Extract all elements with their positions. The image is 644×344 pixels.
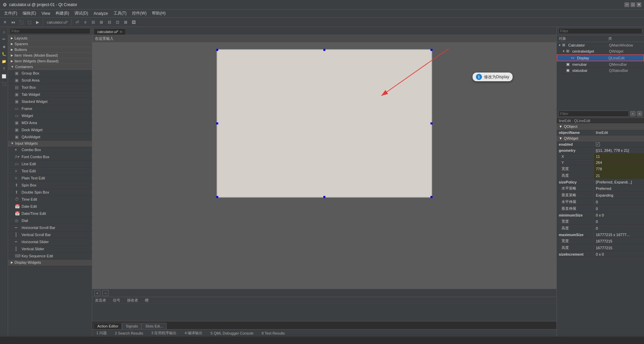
widget-item-date-edit[interactable]: 📅Date Edit xyxy=(8,203,92,210)
output-tab-issues[interactable]: 1 问题 xyxy=(94,330,109,336)
tab-close-icon[interactable]: ✕ xyxy=(120,30,122,34)
widget-item-tab-widget[interactable]: ▣Tab Widget xyxy=(8,91,92,98)
dock-welcome[interactable]: ⌂ xyxy=(1,28,7,35)
align-center-button[interactable]: ≡ xyxy=(82,19,89,26)
widget-item-group-box[interactable]: ▣Group Box xyxy=(8,70,92,77)
obj-tree-row-centralwidget[interactable]: ▼ ⊞ centralwidget QWidget xyxy=(557,48,644,54)
output-tab-qml[interactable]: 5 QML Debugger Console xyxy=(208,331,255,336)
menu-view[interactable]: View xyxy=(39,10,53,17)
widget-item-vertical-slider[interactable]: ┃Vertical Slider xyxy=(8,246,92,253)
break-layout-button[interactable]: ⊠ xyxy=(122,19,129,26)
output-tab-app[interactable]: 3 应用程序输出 xyxy=(149,330,179,336)
widget-search-input[interactable] xyxy=(10,28,90,34)
grid-button[interactable]: ⊟ xyxy=(106,19,113,26)
menu-controls[interactable]: 控件(W) xyxy=(129,10,149,17)
dock-project[interactable]: 📁 xyxy=(1,58,7,65)
close-button[interactable]: ✕ xyxy=(637,2,641,7)
prop-row-垂直伸展: 垂直伸展 0 xyxy=(557,205,644,212)
widget-item-time-edit[interactable]: ⏱Time Edit xyxy=(8,196,92,203)
toolbar-btn-3[interactable]: ⬚ xyxy=(26,19,33,26)
tab-action-editor[interactable]: Action Editor xyxy=(94,323,122,329)
sel-handle-bm xyxy=(323,196,325,198)
image-button[interactable]: 🖼 xyxy=(130,19,137,26)
prop-settings-button[interactable]: ✕ xyxy=(637,111,642,116)
prop-value: 16777215 xyxy=(594,238,644,244)
output-tab-compile[interactable]: 4 编译输出 xyxy=(183,330,204,336)
close-file-button[interactable]: ✕ xyxy=(1,19,9,26)
widget-category-buttons[interactable]: ▶Buttons xyxy=(8,47,92,53)
widget-item-dock-widget[interactable]: ▣Dock Widget xyxy=(8,126,92,134)
widget-item-plain-text-edit[interactable]: ≡Plain Text Edit xyxy=(8,175,92,182)
toolbar-btn-4[interactable]: ▶ xyxy=(34,19,41,26)
widget-item-key-sequence-edit[interactable]: ⌨Key Sequence Edit xyxy=(8,253,92,260)
widget-category-item-views-(model-based)[interactable]: ▶Item Views (Model-Based) xyxy=(8,53,92,58)
widget-item-date/time-edit[interactable]: 📅Date/Time Edit xyxy=(8,210,92,217)
output-tab-test[interactable]: 8 Test Results xyxy=(260,331,287,336)
widget-item-widget[interactable]: ▭Widget xyxy=(8,112,92,119)
tab-slots-editor[interactable]: Slots Edi... xyxy=(141,323,167,329)
toolbar-btn-1[interactable]: ⏮ xyxy=(9,19,17,26)
widget-item-mdi-area[interactable]: ▣MDI Area xyxy=(8,119,92,126)
align-right-button[interactable]: ⊟ xyxy=(90,19,97,26)
menu-edit[interactable]: 编辑(E) xyxy=(20,10,39,17)
widget-item-stacked-widget[interactable]: ▣Stacked Widget xyxy=(8,98,92,105)
obj-tree-row-menubar[interactable]: ▣ menubar QMenuBar xyxy=(557,61,644,67)
obj-col-object: 对象 xyxy=(559,36,608,41)
output-tab-search[interactable]: 2 Search Results xyxy=(113,331,145,336)
widget-item-double-spin-box[interactable]: ⬆Double Spin Box xyxy=(8,189,92,196)
grid2-button[interactable]: ⊡ xyxy=(114,19,121,26)
dock-debug2[interactable]: ⬛ xyxy=(1,80,7,87)
widget-item-horizontal-slider[interactable]: ━Horizontal Slider xyxy=(8,238,92,246)
prop-section-qwidget[interactable]: ▼QWidget xyxy=(557,136,644,141)
widget-category-display-widgets[interactable]: ▶Display Widgets xyxy=(8,260,92,265)
widget-category-item-widgets-(item-based)[interactable]: ▶Item Widgets (Item-Based) xyxy=(8,58,92,64)
maximize-button[interactable]: □ xyxy=(631,2,635,7)
tab-signals[interactable]: Signals xyxy=(122,323,141,329)
prop-value[interactable]: ✓ xyxy=(594,141,644,147)
widget-item-spin-box[interactable]: ⬆Spin Box xyxy=(8,182,92,189)
dock-design[interactable]: ◈ xyxy=(1,43,7,50)
dock-help[interactable]: ? xyxy=(1,65,7,72)
designer-canvas[interactable] xyxy=(217,49,432,198)
widget-item-dial[interactable]: ◎Dial xyxy=(8,217,92,224)
widget-item-qaxwidget[interactable]: ▣QAxWidget xyxy=(8,134,92,141)
dock-edit[interactable]: ✏ xyxy=(1,36,7,42)
sel-handle-tr xyxy=(430,49,432,51)
menu-analyze[interactable]: Analyze xyxy=(91,10,111,17)
delete-connection-button[interactable]: − xyxy=(102,290,108,296)
widget-item-combo-box[interactable]: ▾Combo Box xyxy=(8,146,92,153)
widget-category-spacers[interactable]: ▶Spacers xyxy=(8,41,92,47)
widget-item-vertical-scroll-bar[interactable]: ┃Vertical Scroll Bar xyxy=(8,231,92,238)
obj-tree-row-statusbar[interactable]: ▣ statusbar QStatusBar xyxy=(557,67,644,74)
menu-file[interactable]: 文件(F) xyxy=(1,10,20,17)
widget-category-layouts[interactable]: ▶Layouts xyxy=(8,35,92,41)
menu-debug[interactable]: 调试(D) xyxy=(72,10,91,17)
widget-item-line-edit[interactable]: ▭Line Edit xyxy=(8,161,92,168)
dock-debug[interactable]: 🐛 xyxy=(1,51,7,57)
dock-output[interactable]: ⬜ xyxy=(1,73,7,80)
widget-item-text-edit[interactable]: ≡Text Edit xyxy=(8,168,92,175)
widget-category-containers[interactable]: ▼Containers xyxy=(8,64,92,70)
widget-category-input-widgets[interactable]: ▼Input Widgets xyxy=(8,141,92,146)
obj-search-input[interactable] xyxy=(558,28,642,34)
obj-tree-row-display[interactable]: ▭ Display QLineEdit xyxy=(557,54,644,61)
prop-section-qobject[interactable]: ▼QObject xyxy=(557,124,644,130)
add-connection-button[interactable]: + xyxy=(94,290,100,296)
menu-help[interactable]: 帮助(H) xyxy=(149,10,168,17)
widget-item-horizontal-scroll-bar[interactable]: ━Horizontal Scroll Bar xyxy=(8,224,92,231)
widget-item-font-combo-box[interactable]: A▾Font Combo Box xyxy=(8,153,92,161)
menu-tools[interactable]: 工具(T) xyxy=(111,10,129,17)
toolbar-btn-2[interactable]: ⬛ xyxy=(18,19,25,26)
widget-item-frame[interactable]: ▭Frame xyxy=(8,105,92,112)
align-left-button[interactable]: ⏎ xyxy=(73,19,81,26)
widget-item-tool-box[interactable]: ▤Tool Box xyxy=(8,84,92,91)
tab-calculator-ui[interactable]: calculator.ui* ✕ xyxy=(94,28,126,35)
widget-item-scroll-area[interactable]: ▣Scroll Area xyxy=(8,77,92,84)
prop-add-button[interactable]: + xyxy=(630,111,636,116)
prop-search-input[interactable] xyxy=(558,111,629,117)
minimize-button[interactable]: ─ xyxy=(624,2,629,7)
obj-tree-row-calculator[interactable]: ▼ ⊞ Calculator QMainWindow xyxy=(557,42,644,48)
menu-build[interactable]: 构建(B) xyxy=(53,10,72,17)
prop-checkbox[interactable]: ✓ xyxy=(596,142,600,146)
align-top-button[interactable]: ⊞ xyxy=(98,19,105,26)
